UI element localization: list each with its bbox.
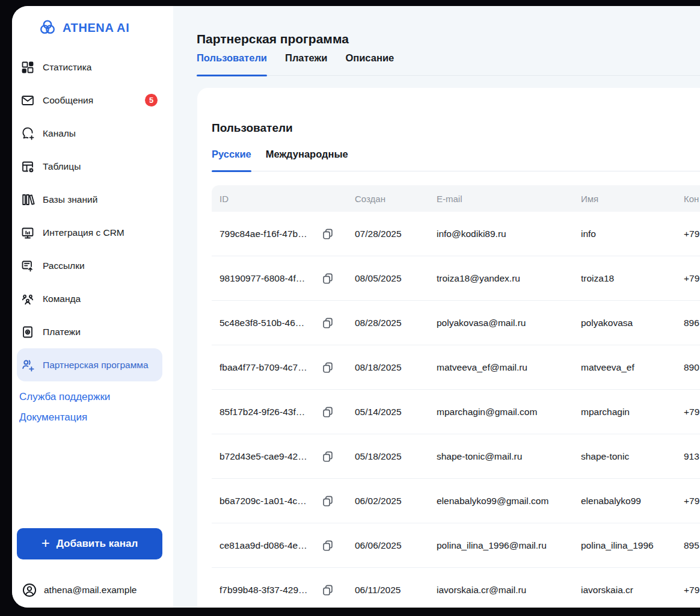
cell-created: 05/18/2025 [348,451,429,462]
invoice-icon [20,325,35,339]
sidebar-item[interactable]: Платежи [17,315,162,348]
sidebar-item-label: Сообщения [43,95,93,106]
copy-icon [321,273,334,284]
cell-email: info@kodiki89.ru [429,229,574,239]
users-card-tab[interactable]: Международные [266,148,348,171]
account-button[interactable]: athena@mail.example [22,582,137,598]
user-id: f7b99b48-3f37-429… [220,585,308,596]
add-channel-label: Добавить канал [57,538,138,550]
cell-created: 06/11/2025 [348,585,429,596]
copy-id-button[interactable] [321,451,334,462]
table-row: f7b99b48-3f37-429… 06/11/2025 iavorskaia… [212,568,700,608]
sidebar-item-label: Платежи [43,327,81,337]
sidebar-item[interactable]: Статистика [17,51,162,84]
user-id: ce81aa9d-d086-4e… [220,540,307,551]
cell-name: matveeva_ef [574,362,677,373]
table-row: b6a7209c-1a01-4c… 06/02/2025 elenabalyko… [212,479,700,523]
cell-email: polina_ilina_1996@mail.ru [429,540,574,551]
user-id: 98190977-6808-4f… [220,273,305,284]
copy-id-button[interactable] [321,228,334,239]
cell-name: iavorskaia.cr [574,585,677,596]
sidebar-item[interactable]: Таблицы [17,150,162,183]
sidebar-item[interactable]: Каналы [17,117,162,150]
cell-id: b72d43e5-cae9-42… [212,451,348,462]
cell-id: 799c84ae-f16f-47b… [212,228,348,239]
cell-contact: +79 [677,496,700,507]
table-row: 98190977-6808-4f… 08/05/2025 troiza18@ya… [212,256,700,301]
user-id: 85f17b24-9f26-43f… [220,407,305,417]
column-header: Имя [574,194,677,204]
cell-created: 06/02/2025 [348,496,429,507]
sidebar-item[interactable]: Партнерская программа [17,348,162,381]
cell-id: 5c48e3f8-510b-46… [212,317,348,328]
sidebar-item[interactable]: Рассылки [17,249,162,282]
cell-email: troiza18@yandex.ru [429,273,574,284]
sidebar-item[interactable]: Базы знаний [17,183,162,216]
cell-contact: 895 [677,540,700,551]
users-card-tab[interactable]: Русские [212,148,251,171]
sidebar-item[interactable]: Команда [17,282,162,315]
user-id: fbaa4f77-b709-4c7… [220,362,307,373]
page-tabs: Пользователи Платежи Описание [197,52,700,76]
copy-id-button[interactable] [321,317,334,328]
table-row: 799c84ae-f16f-47b… 07/28/2025 info@kodik… [212,212,700,256]
sidebar-item-label: Базы знаний [43,194,97,205]
cell-id: 98190977-6808-4f… [212,273,348,284]
table-row: fbaa4f77-b709-4c7… 08/18/2025 matveeva_e… [212,345,700,390]
cell-email: elenabalyko99@gmail.com [429,496,574,507]
copy-icon [321,584,334,596]
cell-email: shape-tonic@mail.ru [429,451,574,462]
users-card: Пользователи Русские Международные ID Со… [197,88,700,608]
page-tab[interactable]: Платежи [285,52,327,75]
cell-created: 08/05/2025 [348,273,429,284]
copy-id-button[interactable] [321,362,334,373]
page-tab[interactable]: Пользователи [197,52,267,75]
account-email: athena@mail.example [44,585,137,596]
copy-id-button[interactable] [321,495,334,507]
unread-count-badge: 5 [145,94,158,106]
brand-name: ATHENA AI [63,21,129,35]
cell-email: matveeva_ef@mail.ru [429,362,574,373]
envelope-icon [20,93,35,108]
message-up-icon [20,259,35,273]
user-id: 5c48e3f8-510b-46… [220,318,304,328]
copy-id-button[interactable] [321,584,334,596]
sidebar-item-label: Интеграция с CRM [43,227,124,238]
sidebar-links: Служба поддержки Документация [19,391,110,423]
team-icon [20,292,35,306]
copy-id-button[interactable] [321,406,334,417]
sidebar-link[interactable]: Документация [19,411,110,423]
cell-id: fbaa4f77-b709-4c7… [212,362,348,373]
cell-name: info [574,229,677,239]
sidebar-item-label: Команда [43,294,81,304]
cell-contact: 890 [677,362,700,373]
sidebar-item-label: Статистика [43,62,91,73]
plus-icon: + [41,536,50,550]
add-channel-button[interactable]: + Добавить канал [17,528,162,559]
users-card-tabs: Русские Международные [212,148,700,171]
sidebar-link[interactable]: Служба поддержки [19,391,110,402]
table-row: 85f17b24-9f26-43f… 05/14/2025 mparchagin… [212,390,700,434]
monitor-icon [20,226,35,240]
page-tab[interactable]: Описание [345,52,394,75]
cell-email: mparchagin@gmail.com [429,407,574,417]
cell-name: elenabalyko99 [574,496,677,507]
cell-contact: +79 [677,229,700,239]
sidebar-item-label: Каналы [43,128,76,139]
copy-id-button[interactable] [321,540,334,551]
copy-icon [321,495,334,507]
sidebar-item-label: Таблицы [43,161,81,172]
page-title: Партнерская программа [197,32,349,46]
chat-plus-icon [20,126,35,141]
copy-id-button[interactable] [321,273,334,284]
copy-icon [321,406,334,417]
cell-contact: +79 [677,585,700,596]
users-card-title: Пользователи [212,122,293,135]
cell-contact: +79 [677,273,700,284]
sidebar-item[interactable]: Сообщения 5 [17,84,162,117]
sidebar: ATHENA AI Статистика Сообщения 5 Каналы [12,6,173,608]
table-row: ce81aa9d-d086-4e… 06/06/2025 polina_ilin… [212,523,700,568]
user-circle-icon [22,582,37,598]
sidebar-item[interactable]: Интеграция с CRM [17,216,162,249]
copy-icon [321,317,334,328]
